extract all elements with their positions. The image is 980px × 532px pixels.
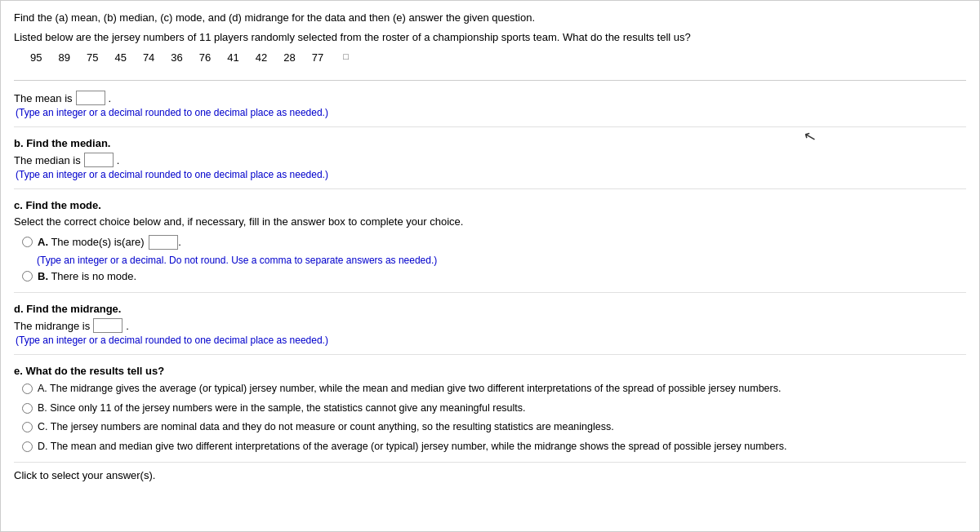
mean-label: The mean is bbox=[14, 92, 73, 104]
mode-is-label: The mode(s) is(are) bbox=[51, 236, 147, 248]
data-value-10: 28 bbox=[283, 51, 295, 64]
results-radio-b[interactable] bbox=[22, 403, 33, 414]
data-value-9: 42 bbox=[256, 51, 267, 64]
results-option-b: B. Since only 11 of the jersey numbers w… bbox=[22, 401, 966, 416]
data-value-8: 41 bbox=[227, 51, 238, 64]
footer-text: Click to select your answer(s). bbox=[14, 469, 966, 481]
results-radio-group: A. The midrange gives the average (or ty… bbox=[22, 382, 966, 454]
part-d-section: d. Find the midrange. The midrange is . … bbox=[14, 299, 966, 355]
results-radio-d[interactable] bbox=[22, 441, 33, 452]
median-hint: (Type an integer or a decimal rounded to… bbox=[16, 169, 966, 180]
midrange-input[interactable] bbox=[93, 318, 122, 333]
part-d-label: d. Find the midrange. bbox=[14, 303, 966, 315]
midrange-label: The midrange is bbox=[14, 320, 90, 332]
results-option-d: D. The mean and median give two differen… bbox=[22, 440, 966, 454]
part-e-label: e. What do the results tell us? bbox=[14, 365, 966, 377]
data-value-4: 45 bbox=[114, 51, 126, 64]
part-e-section: e. What do the results tell us? A. The m… bbox=[14, 361, 966, 463]
data-value-6: 36 bbox=[171, 51, 182, 64]
median-answer-line: The median is . bbox=[14, 153, 966, 167]
part-a-section: The mean is . (Type an integer or a deci… bbox=[14, 87, 966, 127]
results-option-b-text: B. Since only 11 of the jersey numbers w… bbox=[38, 401, 526, 416]
mode-no-mode-text: There is no mode. bbox=[51, 270, 136, 282]
data-value-1: 95 bbox=[30, 51, 42, 64]
mode-radio-b[interactable] bbox=[22, 271, 33, 282]
results-radio-a[interactable] bbox=[22, 383, 33, 394]
mode-radio-group: A. The mode(s) is(are) . (Type an intege… bbox=[22, 235, 966, 285]
mean-period: . bbox=[109, 92, 112, 104]
data-values-row: 95 89 75 45 74 36 76 41 42 28 77 □ bbox=[30, 51, 966, 64]
instruction-line2: Listed below are the jersey numbers of 1… bbox=[14, 30, 966, 45]
part-b-section: b. Find the median. The median is . (Typ… bbox=[14, 134, 966, 189]
mode-option-b-text: B. There is no mode. bbox=[38, 269, 136, 284]
data-value-3: 75 bbox=[87, 51, 98, 64]
results-option-c: C. The jersey numbers are nominal data a… bbox=[22, 420, 966, 435]
part-b-label: b. Find the median. bbox=[14, 137, 966, 149]
median-input[interactable] bbox=[84, 153, 114, 167]
midrange-hint: (Type an integer or a decimal rounded to… bbox=[16, 335, 966, 346]
results-option-d-text: D. The mean and median give two differen… bbox=[38, 440, 786, 454]
mode-input[interactable] bbox=[149, 235, 178, 250]
part-c-instruction: Select the correct choice below and, if … bbox=[14, 215, 966, 229]
median-period: . bbox=[117, 154, 120, 166]
mode-option-a-label: A. bbox=[38, 236, 48, 248]
results-option-a: A. The midrange gives the average (or ty… bbox=[22, 382, 966, 397]
mean-hint: (Type an integer or a decimal rounded to… bbox=[16, 107, 966, 118]
instructions-section: Find the (a) mean, (b) median, (c) mode,… bbox=[14, 11, 966, 81]
instruction-line1: Find the (a) mean, (b) median, (c) mode,… bbox=[14, 11, 966, 25]
midrange-answer-line: The midrange is . bbox=[14, 318, 966, 333]
results-option-a-text: A. The midrange gives the average (or ty… bbox=[38, 382, 781, 397]
part-c-section: c. Find the mode. Select the correct cho… bbox=[14, 196, 966, 293]
mode-option-b-label: B. bbox=[38, 270, 48, 282]
mode-option-b: B. There is no mode. bbox=[22, 269, 966, 284]
footer-label: Click to select your answer(s). bbox=[14, 469, 155, 481]
mode-option-a-text: A. The mode(s) is(are) . bbox=[38, 235, 181, 250]
midrange-period: . bbox=[126, 320, 129, 332]
main-container: Find the (a) mean, (b) median, (c) mode,… bbox=[0, 0, 980, 532]
data-value-2: 89 bbox=[58, 51, 69, 64]
mode-radio-a[interactable] bbox=[22, 237, 33, 247]
mode-hint: (Type an integer or a decimal. Do not ro… bbox=[37, 255, 966, 266]
results-radio-c[interactable] bbox=[22, 422, 33, 432]
part-c-label: c. Find the mode. bbox=[14, 199, 966, 211]
mean-input[interactable] bbox=[76, 91, 105, 105]
median-label: The median is bbox=[14, 154, 81, 166]
mean-answer-line: The mean is . bbox=[14, 91, 966, 105]
data-value-11: 77 bbox=[312, 51, 323, 64]
results-option-c-text: C. The jersey numbers are nominal data a… bbox=[38, 420, 614, 435]
data-value-5: 74 bbox=[143, 51, 154, 64]
data-value-7: 76 bbox=[199, 51, 211, 64]
copy-icon[interactable]: □ bbox=[343, 51, 349, 64]
mode-option-a: A. The mode(s) is(are) . bbox=[22, 235, 966, 250]
